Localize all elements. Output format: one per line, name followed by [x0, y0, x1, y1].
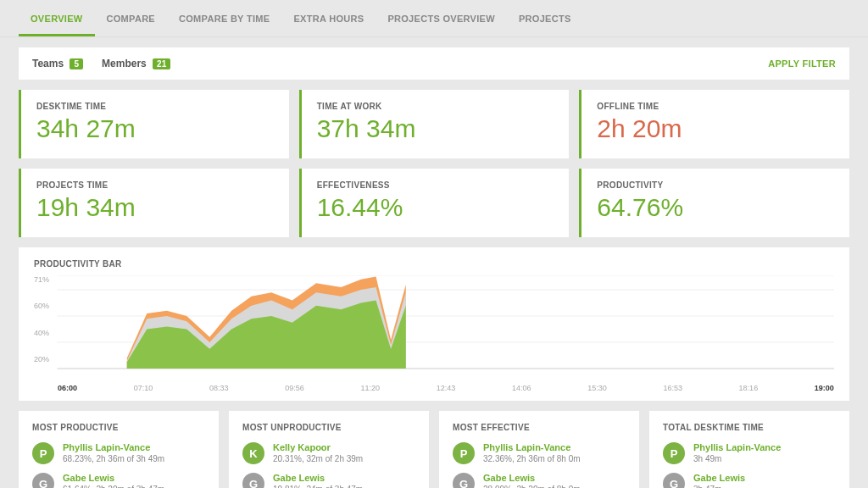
tab-compare-by-time[interactable]: COMPARE BY TIME	[167, 0, 281, 36]
metric-value: 16.44%	[317, 193, 554, 222]
avatar: G	[242, 473, 264, 488]
list-item[interactable]: PPhyllis Lapin-Vance3h 49m	[663, 442, 836, 464]
chart-x-axis: 06:0007:1008:3309:5611:2012:4314:0615:30…	[34, 380, 834, 392]
list-item[interactable]: GGabe Lewis61.64%, 2h 20m of 3h 47m	[32, 473, 205, 488]
filter-teams-label: Teams	[32, 58, 64, 69]
person-stats: 32.36%, 2h 36m of 8h 0m	[483, 454, 581, 464]
list-item[interactable]: GGabe Lewis3h 47m	[663, 473, 836, 488]
productivity-chart	[34, 275, 834, 380]
avatar: P	[663, 442, 685, 464]
metric-effectiveness: EFFECTIVENESS16.44%	[299, 169, 570, 237]
list-title: MOST UNPRODUCTIVE	[242, 423, 415, 432]
person-name: Gabe Lewis	[273, 473, 363, 484]
list-title: MOST PRODUCTIVE	[32, 423, 205, 432]
chart-title: PRODUCTIVITY BAR	[34, 259, 834, 269]
tab-projects-overview[interactable]: PROJECTS OVERVIEW	[376, 0, 507, 36]
person-name: Gabe Lewis	[483, 473, 581, 484]
metric-time-at-work: TIME AT WORK37h 34m	[299, 90, 570, 158]
list-title: TOTAL DESKTIME TIME	[663, 423, 836, 432]
person-stats: 10.81%, 24m of 3h 47m	[273, 485, 363, 488]
tab-projects[interactable]: PROJECTS	[507, 0, 583, 36]
list-item[interactable]: PPhyllis Lapin-Vance68.23%, 2h 36m of 3h…	[32, 442, 205, 464]
metric-projects-time: PROJECTS TIME19h 34m	[19, 169, 289, 237]
metric-label: DESKTIME TIME	[36, 102, 274, 111]
list-item[interactable]: GGabe Lewis10.81%, 24m of 3h 47m	[242, 473, 415, 488]
person-stats: 61.64%, 2h 20m of 3h 47m	[63, 485, 164, 488]
person-name: Gabe Lewis	[693, 473, 745, 484]
person-name: Phyllis Lapin-Vance	[63, 442, 164, 453]
list-item[interactable]: KKelly Kapoor20.31%, 32m of 2h 39m	[242, 442, 415, 464]
metric-desktime-time: DESKTIME TIME34h 27m	[19, 90, 289, 158]
metric-label: TIME AT WORK	[317, 102, 554, 111]
filter-bar: Teams 5 Members 21 APPLY FILTER	[19, 47, 849, 80]
list-item[interactable]: GGabe Lewis28.99%, 2h 20m of 8h 0m	[453, 473, 626, 488]
list-most-effective: MOST EFFECTIVEPPhyllis Lapin-Vance32.36%…	[439, 411, 639, 488]
list-most-productive: MOST PRODUCTIVEPPhyllis Lapin-Vance68.23…	[19, 411, 219, 488]
list-most-unproductive: MOST UNPRODUCTIVEKKelly Kapoor20.31%, 32…	[229, 411, 429, 488]
person-stats: 28.99%, 2h 20m of 8h 0m	[483, 485, 581, 488]
avatar: P	[453, 442, 475, 464]
filter-teams-badge: 5	[70, 58, 83, 69]
apply-filter-button[interactable]: APPLY FILTER	[768, 58, 836, 69]
tab-compare[interactable]: COMPARE	[95, 0, 168, 36]
metric-productivity: PRODUCTIVITY64.76%	[579, 169, 849, 237]
metric-value: 19h 34m	[36, 193, 274, 222]
nav-tabs: OVERVIEWCOMPARECOMPARE BY TIMEEXTRA HOUR…	[0, 0, 868, 37]
tab-overview[interactable]: OVERVIEW	[19, 0, 95, 36]
person-stats: 3h 47m	[693, 485, 745, 488]
filter-members-label: Members	[102, 58, 147, 69]
list-item[interactable]: PPhyllis Lapin-Vance32.36%, 2h 36m of 8h…	[453, 442, 626, 464]
person-name: Phyllis Lapin-Vance	[483, 442, 581, 453]
chart-y-axis: 71%60%40%20%	[34, 275, 49, 363]
filter-members-badge: 21	[153, 58, 170, 69]
avatar: G	[663, 473, 685, 488]
metric-value: 64.76%	[597, 193, 834, 222]
metric-label: PROJECTS TIME	[36, 180, 274, 190]
person-stats: 3h 49m	[693, 454, 781, 464]
metric-label: EFFECTIVENESS	[317, 180, 554, 190]
list-title: MOST EFFECTIVE	[453, 423, 626, 432]
productivity-chart-card: PRODUCTIVITY BAR 71%60%40%20% 06:0007:10…	[19, 247, 849, 401]
metric-label: OFFLINE TIME	[597, 102, 834, 111]
list-total-desktime-time: TOTAL DESKTIME TIMEPPhyllis Lapin-Vance3…	[649, 411, 849, 488]
avatar: G	[32, 473, 54, 488]
tab-extra-hours[interactable]: EXTRA HOURS	[281, 0, 376, 36]
metric-value: 37h 34m	[317, 114, 554, 143]
avatar: P	[32, 442, 54, 464]
filter-members[interactable]: Members 21	[102, 58, 170, 69]
metric-value: 2h 20m	[597, 114, 834, 143]
person-stats: 68.23%, 2h 36m of 3h 49m	[63, 454, 164, 464]
filter-teams[interactable]: Teams 5	[32, 58, 83, 69]
person-stats: 20.31%, 32m of 2h 39m	[273, 454, 363, 464]
person-name: Gabe Lewis	[63, 473, 164, 484]
avatar: K	[242, 442, 264, 464]
person-name: Kelly Kapoor	[273, 442, 363, 453]
person-name: Phyllis Lapin-Vance	[693, 442, 781, 453]
metric-offline-time: OFFLINE TIME2h 20m	[579, 90, 849, 158]
metric-label: PRODUCTIVITY	[597, 180, 834, 190]
metric-value: 34h 27m	[36, 114, 274, 143]
avatar: G	[453, 473, 475, 488]
